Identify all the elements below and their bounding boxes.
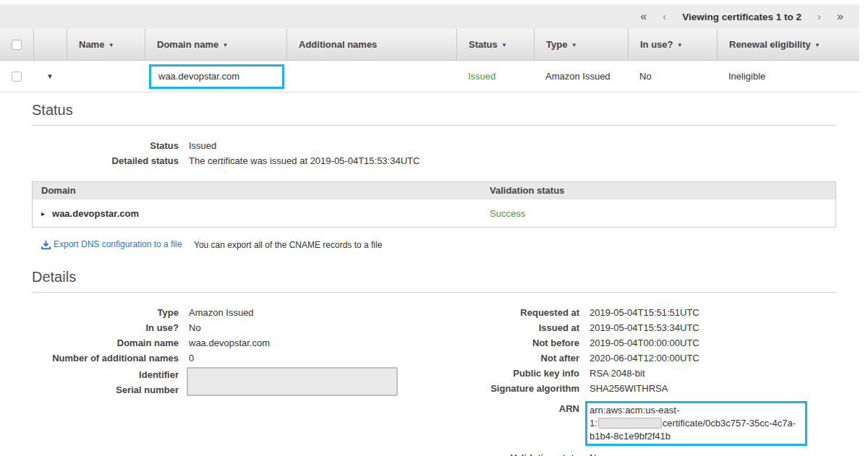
- details-field-label: Signature algorithm: [434, 381, 579, 396]
- pagination-label: Viewing certificates 1 to 2: [682, 12, 801, 22]
- validation-state-row: Validation state None: [434, 450, 836, 456]
- section-divider: [32, 125, 836, 126]
- redacted-account-id: [598, 418, 662, 429]
- detailed-status-value: The certificate was issued at 2019-05-04…: [189, 153, 420, 168]
- details-field-label: Public key info: [434, 366, 579, 381]
- column-header-status[interactable]: Status ▾: [456, 29, 534, 60]
- arn-line1: arn:aws:acm:us-east-: [590, 405, 679, 416]
- details-grid: Type Amazon Issued In use? No Domain nam…: [32, 305, 836, 456]
- pagination-last-button[interactable]: »: [837, 11, 843, 22]
- cell-status: Issued: [456, 61, 534, 92]
- sort-caret-icon: ▾: [678, 41, 682, 48]
- detailed-status-row: Detailed status The certificate was issu…: [32, 153, 836, 168]
- details-field-label: Issued at: [434, 320, 579, 335]
- details-left-column: Type Amazon Issued In use? No Domain nam…: [32, 305, 434, 456]
- export-dns-row: Export DNS configuration to a file You c…: [32, 239, 836, 251]
- column-header-domain-name[interactable]: Domain name ▾: [145, 29, 286, 60]
- column-header-type-label: Type: [546, 39, 567, 50]
- arn-line2-suffix: certificate/0cb3c757-35cc-4c7a-: [663, 418, 796, 429]
- details-field-value: SHA256WITHRSA: [590, 381, 668, 396]
- arn-row: ARN arn:aws:acm:us-east- 1:certificate/0…: [434, 401, 836, 446]
- details-field-label: Not before: [434, 335, 579, 350]
- export-dns-hint: You can export all of the CNAME records …: [194, 240, 382, 250]
- details-field-row: Requested at 2019-05-04T15:51:51UTC: [434, 305, 836, 320]
- column-header-additional-names: Additional names: [286, 29, 456, 60]
- cell-additional-names: [286, 61, 456, 92]
- details-field-row: Issued at 2019-05-04T15:53:34UTC: [434, 320, 836, 335]
- column-header-status-label: Status: [469, 39, 498, 50]
- identifier-label: Identifier: [32, 367, 179, 382]
- details-field-row: Not before 2019-05-04T00:00:00UTC: [434, 335, 836, 350]
- cell-name: [67, 61, 145, 92]
- domain-validation-table: Domain Validation status ▸ waa.devopstar…: [32, 181, 836, 228]
- select-all-checkbox[interactable]: [12, 40, 22, 50]
- detailed-status-label: Detailed status: [32, 153, 179, 168]
- column-header-domain-name-label: Domain name: [157, 39, 218, 50]
- details-field-value: 2019-05-04T15:53:34UTC: [590, 320, 699, 335]
- details-field-row: In use? No: [32, 320, 434, 335]
- expander-column-header: [33, 29, 67, 60]
- sort-caret-icon: ▾: [503, 41, 506, 48]
- column-header-in-use[interactable]: In use? ▾: [628, 29, 717, 60]
- certificate-row[interactable]: ▾ waa.devopstar.com Issued Amazon Issued…: [0, 61, 859, 93]
- export-dns-link[interactable]: Export DNS configuration to a file: [41, 239, 182, 249]
- domain-expander-icon[interactable]: ▸: [41, 210, 45, 218]
- details-section-title: Details: [32, 269, 836, 285]
- identifier-serial-block: Identifier Serial number: [32, 367, 434, 397]
- redacted-identifier-serial-value: [187, 367, 398, 396]
- details-field-value: RSA 2048-bit: [590, 366, 645, 381]
- details-field-label: Domain name: [32, 335, 179, 350]
- column-header-renewal-eligibility[interactable]: Renewal eligibility ▾: [717, 29, 859, 60]
- pagination-bar: « ‹ Viewing certificates 1 to 2 › »: [0, 4, 859, 29]
- arn-label: ARN: [434, 401, 579, 446]
- download-icon: [41, 240, 51, 249]
- details-field-value: 2019-05-04T15:51:51UTC: [590, 305, 699, 320]
- details-field-value: waa.devopstar.com: [189, 335, 270, 350]
- column-header-name[interactable]: Name ▾: [67, 29, 145, 60]
- details-field-label: In use?: [32, 320, 179, 335]
- details-field-value: 2020-06-04T12:00:00UTC: [590, 350, 699, 366]
- cell-in-use: No: [628, 61, 717, 92]
- section-divider: [32, 292, 836, 293]
- sort-caret-icon: ▾: [572, 41, 576, 48]
- details-field-value: 2019-05-04T00:00:00UTC: [590, 335, 699, 350]
- details-field-value: Amazon Issued: [189, 305, 254, 320]
- domain-name-link[interactable]: waa.devopstar.com: [149, 64, 284, 89]
- column-header-name-label: Name: [79, 39, 104, 50]
- column-header-additional-names-label: Additional names: [299, 39, 377, 50]
- details-field-label: Number of additional names: [32, 350, 179, 366]
- domain-validation-row: ▸ waa.devopstar.com Success: [33, 199, 835, 227]
- column-header-type[interactable]: Type ▾: [534, 29, 628, 60]
- row-expander-icon[interactable]: ▾: [48, 72, 52, 81]
- pagination-first-button[interactable]: «: [640, 11, 647, 22]
- status-section-title: Status: [32, 102, 836, 119]
- arn-line2-prefix: 1:: [590, 418, 597, 429]
- row-checkbox[interactable]: [12, 72, 22, 82]
- validation-status-column-header: Validation status: [490, 185, 835, 196]
- validation-state-value: None: [590, 450, 612, 456]
- status-field-label: Status: [32, 138, 179, 153]
- details-field-value: No: [189, 320, 201, 335]
- sort-caret-icon: ▾: [109, 41, 113, 48]
- sort-caret-icon: ▾: [224, 41, 227, 48]
- cell-renewal-eligibility: Ineligible: [717, 61, 859, 92]
- cell-type: Amazon Issued: [534, 61, 628, 92]
- arn-value-highlighted: arn:aws:acm:us-east- 1:certificate/0cb3c…: [585, 401, 807, 446]
- details-field-row: Signature algorithm SHA256WITHRSA: [434, 381, 836, 396]
- pagination-prev-button[interactable]: ‹: [663, 11, 666, 22]
- domain-column-header: Domain: [33, 185, 490, 196]
- column-header-renewal-eligibility-label: Renewal eligibility: [729, 39, 811, 50]
- domain-value: waa.devopstar.com: [52, 208, 139, 219]
- status-field-value: Issued: [189, 138, 216, 153]
- validation-state-label: Validation state: [434, 450, 579, 456]
- details-field-value: 0: [189, 350, 194, 366]
- details-field-label: Type: [32, 305, 179, 320]
- details-field-row: Not after 2020-06-04T12:00:00UTC: [434, 350, 836, 366]
- certificates-table: Name ▾ Domain name ▾ Additional names St…: [0, 29, 859, 93]
- pagination-next-button[interactable]: ›: [817, 11, 821, 22]
- serial-number-label: Serial number: [32, 382, 179, 397]
- status-fields: Status Issued Detailed status The certif…: [32, 138, 836, 168]
- status-field-row: Status Issued: [32, 138, 836, 153]
- export-dns-link-label: Export DNS configuration to a file: [54, 239, 182, 249]
- validation-status-value: Success: [490, 208, 835, 219]
